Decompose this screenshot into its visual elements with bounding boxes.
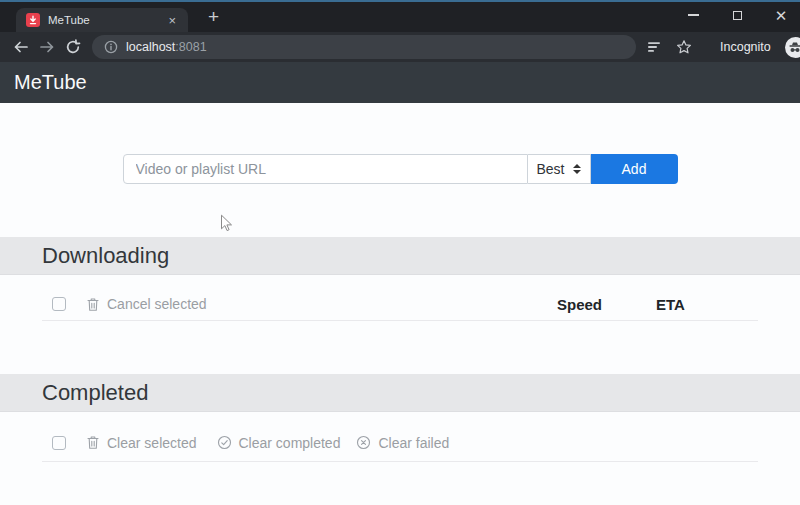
trash-icon bbox=[86, 297, 100, 312]
bookmark-star-icon[interactable] bbox=[676, 39, 692, 55]
back-icon[interactable] bbox=[8, 35, 34, 59]
clear-failed-button[interactable]: Clear failed bbox=[356, 435, 449, 451]
reading-list-icon[interactable] bbox=[646, 39, 662, 55]
completed-action-row: Clear selected Clear completed Clear fai… bbox=[42, 424, 758, 462]
browser-tab[interactable]: MeTube × bbox=[16, 8, 188, 32]
downloading-action-row: Cancel selected Speed ETA bbox=[42, 288, 758, 321]
browser-toolbar: localhost:8081 Incognito bbox=[0, 32, 800, 62]
maximize-icon[interactable] bbox=[726, 6, 748, 24]
incognito-label: Incognito bbox=[720, 40, 771, 54]
window-close-icon[interactable]: ✕ bbox=[770, 6, 792, 24]
forward-icon[interactable] bbox=[34, 35, 60, 59]
toolbar-right: Incognito bbox=[646, 37, 800, 58]
speed-column-header: Speed bbox=[557, 296, 602, 313]
url-host: localhost bbox=[126, 40, 175, 54]
tab-close-icon[interactable]: × bbox=[164, 12, 180, 29]
clear-completed-label: Clear completed bbox=[239, 435, 341, 451]
page-content: Best Add Downloading Cancel selected Spe… bbox=[0, 103, 800, 505]
select-arrows-icon bbox=[573, 164, 581, 174]
quality-select[interactable]: Best bbox=[528, 154, 591, 184]
completed-title: Completed bbox=[42, 380, 148, 406]
new-tab-icon[interactable]: + bbox=[202, 6, 225, 28]
completed-section-header: Completed bbox=[0, 374, 800, 412]
eta-column-header: ETA bbox=[656, 296, 685, 313]
check-circle-icon bbox=[217, 435, 232, 450]
app-navbar: MeTube bbox=[0, 62, 800, 103]
site-info-icon[interactable] bbox=[104, 40, 118, 54]
x-circle-icon bbox=[356, 435, 371, 450]
quality-select-value: Best bbox=[537, 161, 565, 177]
add-download-form: Best Add bbox=[0, 103, 800, 184]
mouse-cursor bbox=[220, 214, 233, 233]
minimize-icon[interactable] bbox=[682, 6, 704, 24]
downloading-title: Downloading bbox=[42, 243, 169, 269]
cancel-selected-label: Cancel selected bbox=[107, 296, 207, 312]
url-text: localhost:8081 bbox=[126, 40, 207, 54]
reload-icon[interactable] bbox=[60, 35, 86, 59]
tab-title: MeTube bbox=[48, 14, 164, 26]
window-controls: ✕ bbox=[682, 2, 792, 28]
select-all-downloading-checkbox[interactable] bbox=[52, 297, 66, 311]
downloading-section-header: Downloading bbox=[0, 237, 800, 275]
add-button[interactable]: Add bbox=[591, 154, 678, 184]
metube-favicon-icon bbox=[26, 13, 40, 27]
address-bar[interactable]: localhost:8081 bbox=[92, 35, 636, 59]
tab-strip: MeTube × + ✕ bbox=[0, 2, 800, 32]
trash-icon bbox=[86, 435, 100, 450]
app-brand: MeTube bbox=[14, 71, 87, 94]
cancel-selected-button[interactable]: Cancel selected bbox=[86, 296, 207, 312]
clear-selected-button[interactable]: Clear selected bbox=[86, 435, 197, 451]
incognito-icon[interactable] bbox=[785, 37, 800, 58]
clear-failed-label: Clear failed bbox=[378, 435, 449, 451]
url-input[interactable] bbox=[123, 154, 528, 184]
clear-completed-button[interactable]: Clear completed bbox=[217, 435, 341, 451]
select-all-completed-checkbox[interactable] bbox=[52, 436, 66, 450]
url-port: :8081 bbox=[175, 40, 206, 54]
clear-selected-label: Clear selected bbox=[107, 435, 197, 451]
